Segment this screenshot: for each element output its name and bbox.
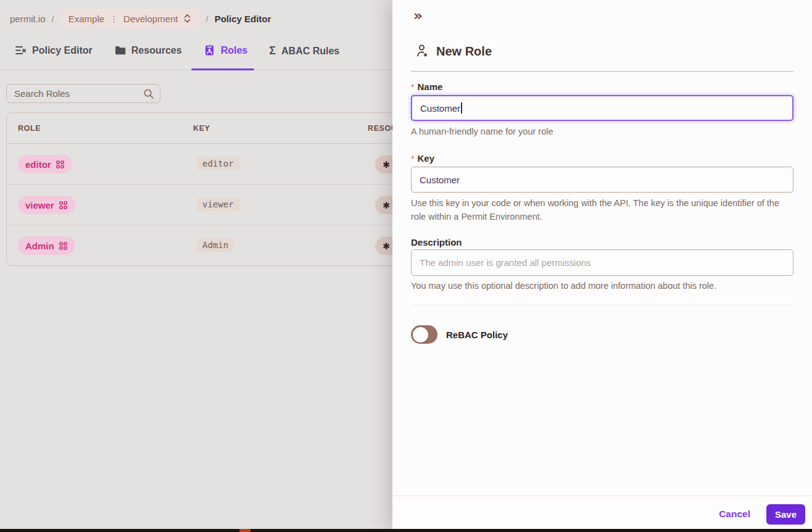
save-button[interactable]: Save — [766, 504, 805, 525]
role-key-chip: editor — [197, 157, 239, 170]
title-divider — [411, 71, 793, 72]
drawer-title-text: New Role — [436, 44, 492, 59]
tab-roles[interactable]: Roles — [204, 44, 248, 56]
name-input-value: Customer — [420, 103, 460, 114]
text-caret — [461, 102, 462, 114]
role-key-grid-icon — [59, 201, 68, 210]
name-helper-text: A human-friendly name for your role — [411, 125, 793, 138]
drawer-title: New Role — [416, 44, 492, 59]
search-roles-input[interactable] — [7, 88, 143, 99]
breadcrumb-page: Policy Editor — [215, 14, 271, 24]
key-label-text: Key — [417, 153, 434, 164]
role-badge-label: viewer — [25, 200, 54, 210]
rebac-policy-toggle[interactable] — [411, 325, 437, 344]
column-header-key: KEY — [193, 124, 210, 133]
tab-bar: Policy Editor Resources Roles Σ — [15, 44, 339, 69]
rule-list-icon — [15, 44, 27, 56]
role-badge[interactable]: editor — [18, 155, 72, 173]
role-key-grid-icon — [59, 241, 68, 251]
role-badge[interactable]: viewer — [18, 196, 75, 214]
required-marker: * — [411, 154, 414, 164]
role-key-chip: viewer — [197, 197, 239, 211]
tab-label: Roles — [221, 45, 248, 56]
name-label: *Name — [411, 81, 442, 92]
rebac-policy-row: ReBAC Policy — [411, 325, 508, 344]
role-badge-label: Admin — [25, 241, 54, 251]
tab-label: ABAC Rules — [281, 46, 339, 57]
name-input[interactable]: Customer — [411, 95, 793, 121]
collapse-drawer-icon[interactable]: » — [413, 7, 421, 23]
rebac-policy-label: ReBAC Policy — [446, 330, 508, 340]
required-marker: * — [411, 82, 414, 92]
key-input[interactable] — [411, 167, 793, 193]
breadcrumb-app[interactable]: permit.io — [10, 14, 46, 24]
breadcrumb-separator: / — [52, 14, 54, 24]
project-name: Example — [68, 14, 104, 24]
environment-selector[interactable]: Example ⋮ Development — [60, 9, 200, 28]
role-key-grid-icon — [56, 160, 65, 169]
tab-label: Policy Editor — [32, 45, 93, 56]
description-input[interactable] — [411, 249, 793, 276]
role-badge-label: editor — [25, 159, 51, 170]
new-role-person-star-icon — [416, 44, 429, 59]
tab-label: Resources — [131, 45, 182, 56]
name-label-text: Name — [417, 81, 442, 92]
key-helper-text: Use this key in your code or when workin… — [411, 196, 793, 223]
environment-name: Development — [123, 14, 178, 24]
screen-bottom-edge-accent — [239, 529, 251, 532]
folder-icon — [114, 44, 126, 56]
description-label: Description — [411, 237, 462, 247]
cancel-button[interactable]: Cancel — [719, 509, 750, 520]
description-helper-text: You may use this optional description to… — [411, 279, 793, 293]
breadcrumb-separator: / — [205, 14, 208, 24]
id-badge-icon — [204, 44, 215, 56]
screen-bottom-edge — [0, 529, 812, 532]
breadcrumb: permit.io / Example ⋮ Development / Poli… — [10, 9, 271, 28]
tab-resources[interactable]: Resources — [114, 44, 182, 56]
active-tab-indicator — [191, 69, 254, 70]
search-roles-box — [6, 84, 160, 103]
key-label: *Key — [411, 153, 434, 164]
column-header-role: ROLE — [18, 124, 41, 133]
role-badge[interactable]: Admin — [18, 236, 75, 255]
search-icon[interactable] — [143, 88, 154, 99]
role-key-chip: Admin — [197, 238, 234, 252]
project-env-separator: ⋮ — [110, 14, 118, 23]
tab-abac-rules[interactable]: Σ ABAC Rules — [269, 44, 339, 57]
sigma-icon: Σ — [269, 44, 276, 57]
asterisk-icon: ✱ — [383, 241, 390, 251]
asterisk-icon: ✱ — [383, 201, 390, 210]
tab-policy-editor[interactable]: Policy Editor — [15, 44, 93, 56]
section-divider — [411, 305, 793, 305]
toggle-knob — [413, 327, 428, 343]
drawer-footer: Cancel Save — [392, 496, 812, 532]
new-role-drawer: » New Role *Name Customer A human-friend… — [392, 0, 812, 532]
chevron-updown-icon — [183, 14, 191, 23]
asterisk-icon: ✱ — [383, 160, 390, 170]
